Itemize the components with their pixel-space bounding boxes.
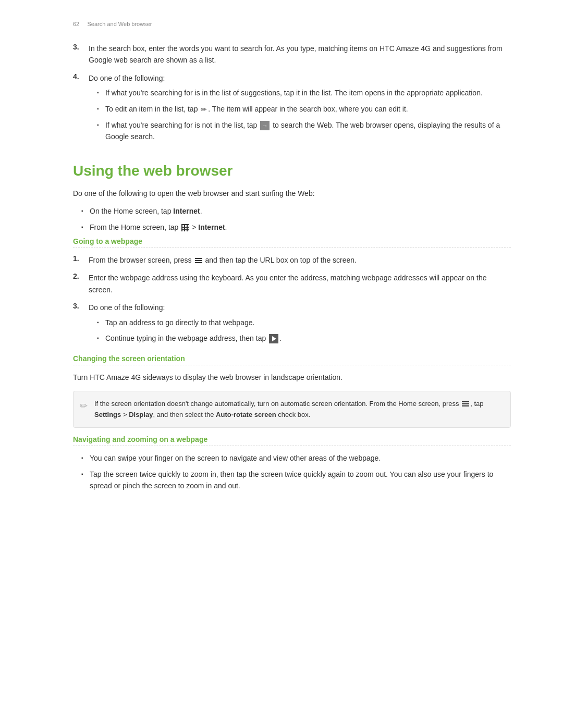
pencil-icon: ✏ — [201, 104, 207, 115]
orientation-note: ✏ If the screen orientation doesn't chan… — [73, 391, 511, 428]
step-3: 3. In the search box, enter the words yo… — [73, 43, 511, 66]
open-browser-bullets: On the Home screen, tap Internet. From t… — [81, 205, 511, 233]
step-4: 4. Do one of the following: If what you'… — [73, 72, 511, 147]
going-step-2-content: Enter the webpage address using the keyb… — [89, 272, 511, 295]
step-4-bullets: If what you're searching for is in the l… — [97, 87, 511, 143]
subsection-title-going: Going to a webpage — [73, 237, 511, 248]
going-step-3-bullets: Tap an address to go directly to that we… — [97, 317, 511, 344]
open-bullet-2: From the Home screen, tap > Internet. — [81, 221, 511, 233]
step-4-bullet-2: To edit an item in the list, tap ✏. The … — [97, 103, 511, 115]
going-bullet-2: Continue typing in the webpage address, … — [97, 332, 511, 344]
subsection-title-navigating: Navigating and zooming on a webpage — [73, 435, 511, 446]
going-step-1-content: From the browser screen, press and then … — [89, 254, 511, 266]
step-4-bullet-1: If what you're searching for is in the l… — [97, 87, 511, 98]
main-intro: Do one of the following to open the web … — [73, 188, 511, 199]
navigating-bullet-2: Tap the screen twice quickly to zoom in,… — [81, 468, 511, 492]
going-step-3-number: 3. — [73, 302, 89, 310]
step-4-bullet-3: If what you're searching for is not in t… — [97, 119, 511, 143]
going-bullet-1: Tap an address to go directly to that we… — [97, 317, 511, 328]
going-step-1-number: 1. — [73, 254, 89, 263]
subsection-title-orientation: Changing the screen orientation — [73, 354, 511, 365]
chapter-title: Search and Web browser — [88, 21, 152, 27]
menu-icon-note — [462, 401, 469, 406]
page-container: 62 Search and Web browser 3. In the sear… — [0, 0, 563, 527]
note-pencil-icon: ✏ — [80, 399, 88, 414]
navigating-bullet-1: You can swipe your finger on the screen … — [81, 452, 511, 464]
going-step-3: 3. Do one of the following: Tap an addre… — [73, 302, 511, 348]
step-4-number: 4. — [73, 72, 89, 81]
page-header: 62 Search and Web browser — [73, 21, 511, 27]
step-3-number: 3. — [73, 43, 89, 51]
subsection-screen-orientation: Changing the screen orientation Turn HTC… — [73, 354, 511, 428]
grid-icon — [181, 224, 189, 231]
going-step-2: 2. Enter the webpage address using the k… — [73, 272, 511, 295]
going-step-2-number: 2. — [73, 272, 89, 280]
page-number: 62 — [73, 21, 79, 27]
step-4-content: Do one of the following: If what you're … — [89, 72, 511, 147]
navigating-bullets: You can swipe your finger on the screen … — [81, 452, 511, 491]
subsection-going-to-webpage: Going to a webpage 1. From the browser s… — [73, 237, 511, 348]
step-4-intro: Do one of the following: — [89, 74, 165, 82]
open-bullet-1: On the Home screen, tap Internet. — [81, 205, 511, 217]
step-3-content: In the search box, enter the words you w… — [89, 43, 511, 66]
orientation-body: Turn HTC Amaze 4G sideways to display th… — [73, 372, 511, 383]
menu-icon-1 — [195, 258, 202, 263]
main-section-title: Using the web browser — [73, 163, 511, 179]
going-step-3-content: Do one of the following: Tap an address … — [89, 302, 511, 348]
play-button-icon — [269, 334, 278, 343]
subsection-navigating: Navigating and zooming on a webpage You … — [73, 435, 511, 491]
going-step-1: 1. From the browser screen, press and th… — [73, 254, 511, 266]
search-arrow-icon — [260, 121, 270, 130]
